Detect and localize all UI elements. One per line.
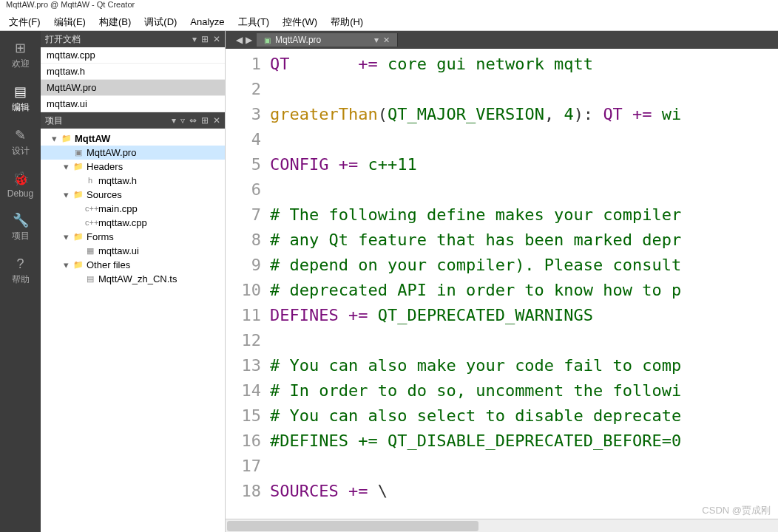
menu-item[interactable]: 文件(F) (3, 14, 47, 30)
code-line[interactable]: 7# The following define makes your compi… (226, 202, 778, 228)
code-line[interactable]: 16#DEFINES += QT_DISABLE_DEPRECATED_BEFO… (226, 429, 778, 454)
menu-item[interactable]: 构建(B) (93, 14, 137, 30)
code-text[interactable]: DEFINES += QT_DEPRECATED_WARNINGS (270, 303, 778, 328)
scrollbar-thumb[interactable] (227, 521, 478, 531)
code-text[interactable] (270, 328, 778, 353)
code-text[interactable] (270, 177, 778, 202)
close-icon[interactable]: ✕ (383, 35, 390, 45)
project-header-icons: ▾ ▿ ⇔ ⊞ ✕ (172, 115, 220, 126)
code-text[interactable] (270, 127, 778, 152)
tree-item[interactable]: ▾📁Other files (41, 258, 225, 272)
nav-back-icon[interactable]: ◀ (236, 35, 243, 45)
code-editor[interactable]: 1QT += core gui network mqtt23greaterTha… (226, 49, 778, 519)
chevron-icon[interactable]: ▾ (61, 161, 70, 172)
code-text[interactable] (270, 77, 778, 102)
tree-label: MqttAW (75, 133, 110, 144)
code-line[interactable]: 9# depend on your compiler). Please cons… (226, 253, 778, 278)
mode-欢迎[interactable]: ⊞欢迎 (12, 40, 30, 70)
line-number: 14 (226, 378, 270, 403)
open-doc-item[interactable]: mqttaw.h (41, 64, 225, 80)
menu-item[interactable]: 工具(T) (232, 14, 276, 30)
code-line[interactable]: 15# You can also select to disable depre… (226, 403, 778, 429)
menu-item[interactable]: Analyze (184, 15, 230, 29)
code-line[interactable]: 17 (226, 454, 778, 479)
code-text[interactable]: # In order to do so, uncomment the follo… (270, 378, 778, 403)
tree-item[interactable]: ▾📁Headers (41, 160, 225, 174)
tree-item[interactable]: ▾📁Forms (41, 230, 225, 244)
code-line[interactable]: 3greaterThan(QT_MAJOR_VERSION, 4): QT +=… (226, 102, 778, 127)
tree-item[interactable]: ▤MqttAW_zh_CN.ts (41, 272, 225, 286)
editor-tab[interactable]: ▣ MqttAW.pro ▾ ✕ (257, 33, 398, 47)
mode-Debug[interactable]: 🐞Debug (7, 171, 33, 199)
tree-label: mqttaw.h (98, 175, 137, 186)
split-icon[interactable]: ⊞ (201, 115, 209, 126)
mode-label: 设计 (12, 145, 30, 157)
tree-item[interactable]: ▣MqttAW.pro (41, 146, 225, 160)
chevron-icon[interactable]: ▾ (61, 189, 70, 200)
code-text[interactable]: # any Qt feature that has been marked de… (270, 228, 778, 253)
horizontal-scrollbar[interactable] (226, 519, 778, 532)
code-text[interactable]: #DEFINES += QT_DISABLE_DEPRECATED_BEFORE… (270, 429, 778, 454)
code-text[interactable] (270, 454, 778, 479)
mode-icon: ▤ (13, 83, 29, 100)
code-line[interactable]: 12 (226, 328, 778, 353)
pro-icon: ▣ (73, 148, 84, 158)
code-text[interactable]: # You can also select to disable depreca… (270, 403, 778, 429)
code-line[interactable]: 6 (226, 177, 778, 202)
code-text[interactable]: # deprecated API in order to know how to… (270, 278, 778, 303)
split-icon[interactable]: ⊞ (201, 34, 209, 44)
editor-tabbar: ◀ ▶ ▣ MqttAW.pro ▾ ✕ (226, 31, 778, 49)
code-text[interactable]: greaterThan(QT_MAJOR_VERSION, 4): QT += … (270, 102, 778, 127)
tree-label: Other files (87, 259, 130, 270)
code-text[interactable]: QT += core gui network mqtt (270, 52, 778, 77)
menu-item[interactable]: 调试(D) (138, 14, 183, 30)
code-line[interactable]: 11DEFINES += QT_DEPRECATED_WARNINGS (226, 303, 778, 328)
code-text[interactable]: # The following define makes your compil… (270, 202, 778, 228)
chevron-icon[interactable]: ▾ (61, 231, 70, 242)
mode-设计[interactable]: ✎设计 (12, 127, 30, 157)
tab-dropdown-icon[interactable]: ▾ (374, 35, 379, 45)
close-panel-icon[interactable]: ✕ (213, 34, 220, 44)
open-doc-item[interactable]: mqttaw.cpp (41, 47, 225, 64)
folder-icon: 📁 (73, 162, 84, 172)
open-doc-item[interactable]: mqttaw.ui (41, 96, 225, 112)
tree-item[interactable]: c++mqttaw.cpp (41, 216, 225, 230)
open-doc-item[interactable]: MqttAW.pro (41, 80, 225, 96)
tree-item[interactable]: c++main.cpp (41, 202, 225, 216)
code-line[interactable]: 8# any Qt feature that has been marked d… (226, 228, 778, 253)
tree-item[interactable]: hmqttaw.h (41, 174, 225, 188)
tab-label: MqttAW.pro (275, 35, 321, 45)
nav-arrows: ◀ ▶ (231, 35, 257, 45)
nav-forward-icon[interactable]: ▶ (246, 35, 252, 45)
code-text[interactable]: CONFIG += c++11 (270, 152, 778, 177)
code-line[interactable]: 4 (226, 127, 778, 152)
code-line[interactable]: 10# deprecated API in order to know how … (226, 278, 778, 303)
line-number: 18 (226, 479, 270, 504)
tree-item[interactable]: ▾📁Sources (41, 188, 225, 202)
code-line[interactable]: 18SOURCES += \ (226, 479, 778, 504)
mode-icon: ✎ (13, 127, 29, 143)
code-line[interactable]: 2 (226, 77, 778, 102)
tree-item[interactable]: ▦mqttaw.ui (41, 244, 225, 258)
dropdown-icon[interactable]: ▾ (192, 34, 197, 44)
close-panel-icon[interactable]: ✕ (213, 115, 220, 126)
chevron-icon[interactable]: ▾ (50, 133, 58, 144)
dropdown-icon[interactable]: ▾ (172, 115, 176, 126)
mode-帮助[interactable]: ?帮助 (12, 256, 30, 286)
filter-icon[interactable]: ▿ (180, 115, 185, 126)
link-icon[interactable]: ⇔ (189, 115, 197, 126)
menu-item[interactable]: 帮助(H) (325, 14, 369, 30)
menu-item[interactable]: 控件(W) (277, 14, 323, 30)
code-text[interactable]: # depend on your compiler). Please consu… (270, 253, 778, 278)
code-text[interactable]: SOURCES += \ (270, 479, 778, 504)
code-line[interactable]: 13# You can also make your code fail to … (226, 353, 778, 378)
code-text[interactable]: # You can also make your code fail to co… (270, 353, 778, 378)
code-line[interactable]: 5CONFIG += c++11 (226, 152, 778, 177)
chevron-icon[interactable]: ▾ (61, 259, 70, 270)
code-line[interactable]: 14# In order to do so, uncomment the fol… (226, 378, 778, 403)
code-line[interactable]: 1QT += core gui network mqtt (226, 52, 778, 77)
tree-item[interactable]: ▾📁MqttAW (41, 132, 225, 146)
menu-item[interactable]: 编辑(E) (48, 14, 92, 30)
mode-项目[interactable]: 🔧项目 (12, 212, 30, 242)
mode-编辑[interactable]: ▤编辑 (12, 83, 30, 114)
